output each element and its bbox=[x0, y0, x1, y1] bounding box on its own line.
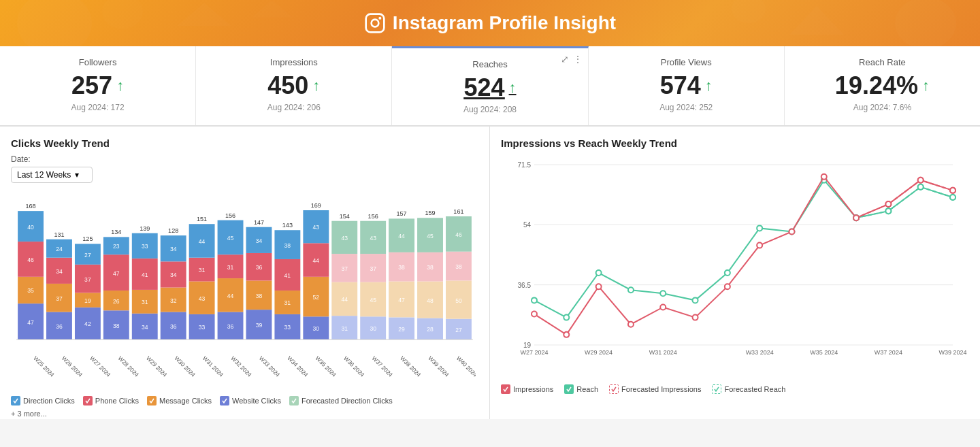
svg-text:156: 156 bbox=[368, 213, 378, 220]
date-label: Date: bbox=[11, 154, 478, 164]
date-select[interactable]: Last 12 Weeks ▾ bbox=[11, 167, 93, 183]
line-legend-label-reach: Reach bbox=[576, 385, 598, 393]
svg-text:35: 35 bbox=[27, 288, 34, 295]
kpi-reach-rate[interactable]: Reach Rate 19.24% ↑ Aug 2024: 7.6% bbox=[785, 46, 980, 125]
svg-text:W31 2024: W31 2024 bbox=[201, 354, 225, 378]
svg-text:159: 159 bbox=[425, 210, 435, 216]
kpi-row: Followers 257 ↑ Aug 2024: 172 Impression… bbox=[0, 46, 980, 127]
line-legend-item-f_reach: Forecasted Reach bbox=[712, 384, 785, 394]
main-content: Clicks Weekly Trend Date: Last 12 Weeks … bbox=[0, 127, 980, 419]
svg-text:W32 2024: W32 2024 bbox=[229, 354, 253, 378]
kpi-followers-value: 257 ↑ bbox=[14, 71, 182, 100]
svg-point-203 bbox=[628, 322, 634, 327]
svg-text:30: 30 bbox=[313, 325, 320, 332]
legend-color-direction bbox=[11, 396, 20, 405]
svg-text:38: 38 bbox=[427, 264, 434, 271]
reaches-trend-icon: ↑ bbox=[509, 79, 517, 97]
svg-text:147: 147 bbox=[254, 219, 264, 226]
svg-text:37: 37 bbox=[84, 276, 91, 283]
svg-text:143: 143 bbox=[282, 222, 293, 229]
svg-text:41: 41 bbox=[142, 271, 148, 278]
kpi-impressions-value: 450 ↑ bbox=[210, 71, 378, 100]
svg-text:151: 151 bbox=[197, 216, 207, 222]
svg-point-209 bbox=[821, 174, 827, 180]
svg-text:W28 2024: W28 2024 bbox=[117, 354, 141, 378]
kpi-profile-views-label: Profile Views bbox=[602, 57, 770, 67]
svg-text:36: 36 bbox=[227, 323, 234, 330]
svg-text:34: 34 bbox=[170, 246, 177, 252]
svg-text:33: 33 bbox=[199, 324, 206, 331]
bar-chart: 1684735464013136373424125421937271343826… bbox=[11, 190, 478, 353]
svg-text:44: 44 bbox=[227, 293, 234, 299]
svg-point-216 bbox=[918, 184, 924, 190]
svg-text:47: 47 bbox=[27, 319, 34, 326]
svg-text:40: 40 bbox=[27, 224, 34, 231]
svg-text:36: 36 bbox=[256, 264, 263, 271]
svg-text:38: 38 bbox=[113, 322, 120, 329]
legend-item-website: Website Clicks bbox=[220, 396, 281, 405]
svg-text:W27 2024: W27 2024 bbox=[88, 354, 112, 378]
svg-text:34: 34 bbox=[170, 271, 177, 278]
svg-text:43: 43 bbox=[199, 295, 206, 302]
kpi-impressions-sub: Aug 2024: 206 bbox=[210, 103, 378, 112]
svg-point-219 bbox=[885, 201, 891, 207]
line-chart: 71.55436.519W27 2024W29 2024W31 2024W33 … bbox=[501, 154, 969, 379]
svg-text:169: 169 bbox=[311, 202, 321, 209]
right-chart-title: Impressions vs Reach Weekly Trend bbox=[501, 137, 969, 149]
line-legend-label-impressions: Impressions bbox=[513, 385, 553, 393]
clicks-chart-title: Clicks Weekly Trend bbox=[11, 137, 478, 149]
legend-item-message: Message Clicks bbox=[147, 396, 212, 405]
svg-text:31: 31 bbox=[341, 325, 348, 332]
svg-text:19: 19 bbox=[523, 342, 532, 349]
followers-trend-icon: ↑ bbox=[116, 77, 124, 95]
instagram-icon bbox=[364, 12, 386, 34]
svg-text:30: 30 bbox=[370, 325, 376, 332]
svg-point-206 bbox=[725, 284, 730, 289]
svg-text:28: 28 bbox=[427, 326, 434, 333]
svg-text:44: 44 bbox=[341, 296, 348, 303]
kpi-impressions[interactable]: Impressions 450 ↑ Aug 2024: 206 bbox=[196, 46, 392, 125]
svg-text:31: 31 bbox=[142, 299, 148, 305]
svg-text:43: 43 bbox=[370, 235, 376, 242]
svg-text:45: 45 bbox=[427, 233, 434, 239]
svg-text:43: 43 bbox=[313, 224, 320, 231]
svg-text:23: 23 bbox=[113, 243, 120, 250]
svg-text:125: 125 bbox=[82, 236, 93, 243]
svg-text:27: 27 bbox=[84, 252, 91, 259]
svg-text:W33 2024: W33 2024 bbox=[258, 354, 282, 378]
svg-text:31: 31 bbox=[199, 267, 206, 274]
svg-point-207 bbox=[757, 243, 762, 248]
svg-text:W30 2024: W30 2024 bbox=[173, 354, 197, 378]
svg-text:47: 47 bbox=[398, 297, 405, 303]
legend-label-phone: Phone Clicks bbox=[95, 397, 139, 405]
svg-point-188 bbox=[596, 270, 602, 276]
page-header: Instagram Profile Insight bbox=[0, 0, 980, 46]
more-legend-link[interactable]: + 3 more... bbox=[11, 410, 478, 418]
svg-text:W33 2024: W33 2024 bbox=[746, 349, 774, 356]
kpi-reaches[interactable]: ⤢ ⋮ Reaches 524 ↑ Aug 2024: 208 bbox=[392, 46, 588, 125]
bar-chart-legend: Direction ClicksPhone ClicksMessage Clic… bbox=[11, 396, 478, 405]
svg-text:W35 2024: W35 2024 bbox=[810, 349, 838, 356]
kpi-followers[interactable]: Followers 257 ↑ Aug 2024: 172 bbox=[0, 46, 196, 125]
svg-text:134: 134 bbox=[111, 229, 121, 235]
svg-text:36: 36 bbox=[56, 323, 63, 330]
svg-text:33: 33 bbox=[284, 324, 291, 331]
legend-item-f_direction: Forecasted Direction Clicks bbox=[289, 396, 393, 405]
page-title: Instagram Profile Insight bbox=[0, 12, 980, 34]
line-legend-item-reach: Reach bbox=[564, 384, 598, 394]
svg-text:38: 38 bbox=[256, 293, 263, 299]
svg-point-186 bbox=[532, 297, 537, 303]
kpi-profile-views[interactable]: Profile Views 574 ↑ Aug 2024: 252 bbox=[589, 46, 785, 125]
svg-text:156: 156 bbox=[225, 212, 235, 219]
legend-color-f_direction bbox=[289, 396, 299, 405]
more-options-icon[interactable]: ⋮ bbox=[573, 54, 583, 65]
svg-text:38: 38 bbox=[284, 242, 291, 249]
kpi-profile-views-value: 574 ↑ bbox=[602, 71, 770, 100]
svg-text:29: 29 bbox=[398, 326, 405, 333]
svg-text:31: 31 bbox=[284, 300, 291, 307]
svg-point-220 bbox=[918, 178, 924, 183]
svg-text:38: 38 bbox=[398, 264, 405, 271]
svg-text:W37 2024: W37 2024 bbox=[875, 349, 902, 356]
expand-icon[interactable]: ⤢ bbox=[561, 54, 569, 65]
svg-point-191 bbox=[693, 297, 698, 303]
